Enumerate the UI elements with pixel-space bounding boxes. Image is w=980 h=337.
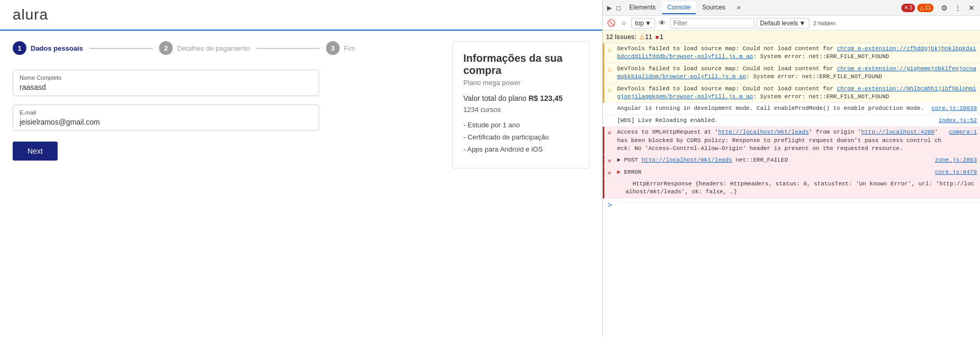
app-container: alura 1 Dados pessoais 2 Detalhes de pag… (0, 0, 602, 337)
msg-link-3[interactable]: chrom e-extension://mhlbcmhhijibfhblohmi… (617, 86, 976, 100)
full-name-label: Nome Completo (20, 74, 312, 81)
clear-console-icon[interactable]: 🚫 (606, 18, 617, 29)
full-name-input[interactable] (20, 83, 312, 91)
msg-source-angular[interactable]: core.js:28039 (931, 105, 977, 113)
issues-error-badge: ■ 1 (655, 33, 663, 41)
msg-text-cors: Access to XMLHttpRequest at 'http://loca… (617, 128, 945, 153)
warn-icon-2: △ (608, 65, 611, 74)
stepper: 1 Dados pessoais 2 Detalhes de pagamento… (13, 41, 440, 55)
msg-source-cors[interactable]: compra:1 (949, 128, 977, 136)
error-icon-label: ✕ (608, 169, 611, 178)
devtools-tabs: ▶ ◻ Elements Console Sources » ✕ 3 △ 11 … (603, 0, 980, 16)
warn-count-badge: △ 11 (917, 4, 934, 12)
error-count-badge: ✕ 3 (901, 4, 915, 12)
console-msg-warn-1: △ DevTools failed to load source map: Co… (603, 43, 980, 63)
tab-sources[interactable]: Sources (697, 2, 731, 14)
benefit-3: - Apps para Android e iOS (463, 145, 578, 153)
issues-bar: 12 Issues: △ 11 ■ 1 (603, 31, 980, 43)
step-3-circle: 3 (326, 41, 340, 55)
hidden-count-badge: 2 hidden (814, 20, 836, 26)
prompt-icon: > (608, 201, 612, 211)
full-name-field-group: Nome Completo (13, 70, 319, 96)
app-header: alura (0, 0, 602, 31)
msg-link-1[interactable]: chrom e-extension://cfhddgjbkjhnklbpkdai… (617, 45, 976, 60)
issues-warn-badge: △ 11 (640, 33, 652, 41)
devtools-toolbar: 🚫 ○ top ▼ 👁 Default levels ▼ 2 hidden (603, 16, 980, 31)
step-1-label: Dados pessoais (31, 44, 83, 52)
next-button[interactable]: Next (13, 142, 58, 161)
tab-console[interactable]: Console (662, 2, 696, 14)
msg-text-http-error: HttpErrorResponse {headers: HttpHeaders,… (617, 180, 977, 196)
app-logo: alura (13, 6, 48, 23)
step-1-circle: 1 (13, 41, 26, 55)
cors-link-2[interactable]: http://localhost:4200 (861, 129, 935, 135)
msg-text-wds: [WDS] Live Reloading enabled. (617, 117, 934, 125)
cors-link-1[interactable]: http://localhost/mkt/leads (718, 129, 809, 135)
more-options-icon[interactable]: ⋮ (951, 2, 964, 14)
console-msg-cors: ✕ Access to XMLHttpRequest at 'http://lo… (603, 127, 980, 155)
benefit-2: - Certificado de participação (463, 133, 578, 141)
step-2: 2 Detalhes de pagamento (159, 41, 250, 55)
courses-count: 1234 cursos (463, 106, 578, 114)
warn-icon-1: △ (608, 45, 611, 54)
msg-text-post: ► POST http://localhost/mkt/leads net::E… (617, 156, 931, 164)
msg-text-1: DevTools failed to load source map: Coul… (617, 45, 977, 61)
email-field-group: E-mail (13, 105, 319, 131)
devtools-mobile-icon[interactable]: ◻ (614, 4, 623, 12)
default-levels-chevron-icon: ▼ (799, 20, 806, 27)
msg-text-2: DevTools failed to load source map: Coul… (617, 65, 977, 81)
console-msg-http-error: HttpErrorResponse {headers: HttpHeaders,… (603, 179, 980, 199)
eye-icon[interactable]: 👁 (657, 18, 668, 29)
default-levels-label: Default levels (760, 20, 798, 27)
email-input[interactable] (20, 118, 312, 126)
context-label: top (635, 20, 644, 27)
expand-error-icon[interactable]: ► (617, 169, 621, 175)
context-chevron-icon: ▼ (645, 20, 651, 27)
console-prompt[interactable]: > (603, 199, 980, 202)
msg-source-error[interactable]: core.js:6479 (935, 168, 977, 176)
step-1: 1 Dados pessoais (13, 41, 83, 55)
default-levels-dropdown[interactable]: Default levels ▼ (757, 18, 809, 29)
console-msg-angular: Angular is running in development mode. … (603, 103, 980, 115)
info-card-title: Informações da sua compra (463, 52, 578, 77)
issues-warn-icon: △ (640, 33, 644, 40)
issues-label: 12 Issues: (606, 33, 637, 41)
console-filter-input[interactable] (670, 18, 754, 29)
msg-text-3: DevTools failed to load source map: Coul… (617, 85, 977, 101)
console-msg-wds: [WDS] Live Reloading enabled. index.js:5… (603, 115, 980, 127)
info-card: Informações da sua compra Plano mega pow… (452, 41, 590, 168)
benefit-1: - Estude por 1 ano (463, 121, 578, 129)
console-msg-warn-3: △ DevTools failed to load source map: Co… (603, 83, 980, 104)
issues-error-icon: ■ (655, 34, 659, 40)
console-msg-warn-2: △ DevTools failed to load source map: Co… (603, 63, 980, 83)
tab-more[interactable]: » (732, 2, 746, 14)
step-3-label: Fim (344, 44, 356, 52)
msg-source-wds[interactable]: index.js:52 (938, 117, 977, 125)
post-link[interactable]: http://localhost/mkt/leads (641, 157, 732, 163)
error-icon-post: ✕ (608, 157, 611, 166)
email-label: E-mail (20, 109, 312, 116)
close-devtools-icon[interactable]: ✕ (965, 2, 978, 14)
settings-icon[interactable]: ⚙ (938, 2, 950, 14)
msg-text-angular: Angular is running in development mode. … (617, 105, 927, 113)
msg-text-error-label: ► ERROR (617, 168, 931, 176)
total-label-text: Valor total do plano (463, 94, 527, 102)
msg-link-2[interactable]: chrom e-extension://gighmmpjobklfepjocna… (617, 65, 976, 80)
context-dropdown[interactable]: top ▼ (631, 18, 655, 29)
error-icon-cors: ✕ (608, 129, 611, 138)
devtools-panel: ▶ ◻ Elements Console Sources » ✕ 3 △ 11 … (602, 0, 980, 337)
console-msg-error-label: ✕ ► ERROR core.js:6479 (603, 167, 980, 179)
step-2-label: Detalhes de pagamento (177, 44, 250, 52)
msg-source-post[interactable]: zone.js:2863 (935, 156, 977, 164)
preserve-log-icon[interactable]: ○ (619, 18, 629, 29)
total-label: Valor total do plano R$ 123,45 (463, 94, 578, 102)
form-section: 1 Dados pessoais 2 Detalhes de pagamento… (13, 41, 440, 326)
step-divider-2 (256, 48, 320, 49)
step-divider-1 (89, 48, 153, 49)
issues-warn-count: 11 (645, 33, 652, 41)
issues-error-count: 1 (660, 33, 664, 41)
devtools-inspect-icon[interactable]: ▶ (605, 4, 613, 12)
step-2-circle: 2 (159, 41, 173, 55)
app-body: 1 Dados pessoais 2 Detalhes de pagamento… (0, 31, 602, 337)
tab-elements[interactable]: Elements (624, 2, 661, 14)
